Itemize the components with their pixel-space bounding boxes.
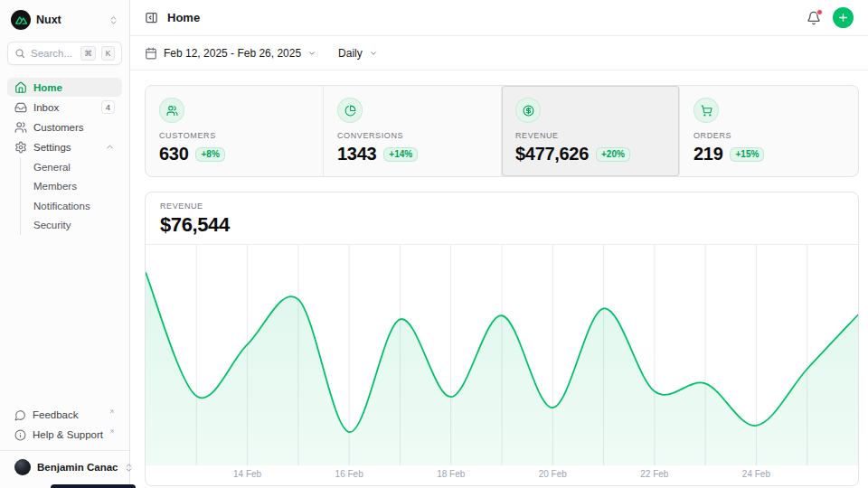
search-placeholder: Search... — [31, 48, 75, 59]
stat-label: REVENUE — [515, 131, 665, 140]
date-range-value: Feb 12, 2025 - Feb 26, 2025 — [164, 47, 301, 60]
chevrons-up-down-icon — [108, 15, 118, 25]
kbd-k: K — [101, 46, 115, 61]
x-axis-label: 24 Feb — [742, 469, 770, 479]
stat-card-orders[interactable]: ORDERS 219 +15% — [680, 86, 858, 176]
dollar-circle-icon — [515, 98, 541, 123]
search-input[interactable]: Search... ⌘ K — [7, 42, 122, 65]
chevron-down-icon — [307, 49, 316, 58]
sidebar-item-customers[interactable]: Customers — [7, 117, 122, 136]
sidebar-item-notifications[interactable]: Notifications — [21, 196, 122, 216]
inbox-icon — [14, 101, 27, 114]
granularity-value: Daily — [338, 47, 363, 60]
stat-label: CUSTOMERS — [159, 131, 309, 140]
revenue-chart-svg — [146, 245, 858, 465]
main-content: CUSTOMERS 630 +8% CONVERSIONS 1343 +14% … — [130, 70, 868, 488]
inbox-count-badge: 4 — [101, 100, 115, 114]
search-icon — [14, 48, 25, 59]
subnav-label: General — [33, 162, 71, 173]
sidebar-item-members[interactable]: Members — [21, 177, 122, 197]
filters-toolbar: Feb 12, 2025 - Feb 26, 2025 Daily — [130, 36, 868, 70]
external-arrow-icon — [108, 428, 115, 435]
external-arrow-icon — [108, 408, 115, 415]
stat-card-conversions[interactable]: CONVERSIONS 1343 +14% — [324, 86, 502, 176]
help-support-link[interactable]: Help & Support — [7, 425, 122, 445]
sidebar-item-inbox[interactable]: Inbox 4 — [7, 98, 122, 117]
stats-row: CUSTOMERS 630 +8% CONVERSIONS 1343 +14% … — [145, 85, 859, 177]
chevron-up-icon — [105, 142, 115, 152]
user-avatar — [14, 459, 31, 475]
bottom-popup-partial — [51, 484, 136, 488]
chevron-down-icon — [369, 49, 378, 58]
notification-dot — [816, 9, 823, 15]
granularity-select[interactable]: Daily — [338, 47, 378, 60]
add-button[interactable] — [833, 7, 854, 28]
x-axis: 14 Feb16 Feb18 Feb20 Feb22 Feb24 Feb — [146, 465, 858, 485]
workspace-name: Nuxt — [36, 14, 103, 26]
page-header: Home — [130, 0, 868, 36]
sidebar-item-general[interactable]: General — [21, 157, 122, 177]
stat-delta-badge: +20% — [596, 147, 630, 162]
stat-label: ORDERS — [693, 131, 844, 140]
sidebar-nav: Home Inbox 4 Customers Settings Genera — [7, 78, 122, 235]
revenue-chart-card: REVENUE $76,544 14 Feb16 Feb18 Feb20 Feb… — [145, 192, 859, 486]
stat-value: 1343 — [337, 144, 376, 164]
gear-icon — [14, 141, 27, 154]
chart-pie-icon — [337, 98, 363, 123]
calendar-icon — [145, 47, 157, 60]
stat-delta-badge: +15% — [730, 147, 764, 162]
home-icon — [14, 81, 27, 94]
sidebar: Nuxt Search... ⌘ K Home Inbox 4 — [0, 0, 130, 488]
notifications-button[interactable] — [807, 11, 821, 25]
sidebar-item-label: Inbox — [33, 102, 95, 113]
page-title: Home — [167, 11, 200, 24]
stat-delta-badge: +14% — [383, 147, 418, 162]
chart-header: REVENUE $76,544 — [146, 192, 858, 245]
stat-card-revenue[interactable]: REVENUE $477,626 +20% — [502, 86, 680, 176]
cart-icon — [693, 98, 719, 123]
sidebar-spacer — [7, 235, 122, 405]
sidebar-item-label: Home — [33, 82, 115, 93]
sidebar-item-home[interactable]: Home — [7, 78, 122, 97]
footer-link-label: Feedback — [33, 409, 104, 420]
workspace-switcher[interactable]: Nuxt — [7, 7, 122, 33]
settings-subnav: General Members Notifications Security — [20, 157, 122, 235]
sidebar-collapse-button[interactable] — [145, 11, 158, 24]
user-menu[interactable]: Benjamin Canac — [7, 454, 122, 481]
sidebar-item-settings[interactable]: Settings — [7, 137, 122, 156]
x-axis-label: 18 Feb — [437, 469, 465, 479]
x-axis-label: 14 Feb — [233, 469, 261, 479]
feedback-link[interactable]: Feedback — [7, 405, 122, 425]
message-bubble-icon — [14, 409, 26, 421]
sidebar-item-security[interactable]: Security — [21, 216, 122, 236]
stat-card-customers[interactable]: CUSTOMERS 630 +8% — [146, 86, 324, 176]
stat-value: 630 — [159, 144, 188, 164]
stat-delta-badge: +8% — [195, 147, 224, 162]
x-axis-label: 22 Feb — [640, 469, 668, 479]
users-icon — [159, 98, 184, 123]
x-axis-label: 16 Feb — [335, 469, 363, 479]
date-range-picker[interactable]: Feb 12, 2025 - Feb 26, 2025 — [145, 47, 316, 60]
chart-metric-label: REVENUE — [160, 202, 844, 211]
stat-label: CONVERSIONS — [337, 131, 487, 140]
sidebar-item-label: Settings — [33, 142, 99, 153]
stat-value: $477,626 — [515, 144, 589, 164]
revenue-chart-plot[interactable] — [146, 245, 858, 465]
chart-metric-value: $76,544 — [160, 213, 844, 237]
kbd-cmd: ⌘ — [80, 46, 97, 61]
x-axis-label: 20 Feb — [539, 469, 567, 479]
user-name: Benjamin Canac — [37, 462, 118, 473]
users-icon — [14, 121, 27, 134]
subnav-label: Security — [33, 220, 71, 230]
footer-link-label: Help & Support — [33, 429, 104, 440]
stat-value: 219 — [693, 144, 722, 164]
sidebar-divider — [0, 450, 129, 451]
sidebar-item-label: Customers — [33, 122, 115, 133]
subnav-label: Notifications — [33, 201, 90, 211]
nuxt-logo-icon — [11, 10, 31, 30]
subnav-label: Members — [33, 181, 77, 192]
info-circle-icon — [14, 429, 26, 441]
